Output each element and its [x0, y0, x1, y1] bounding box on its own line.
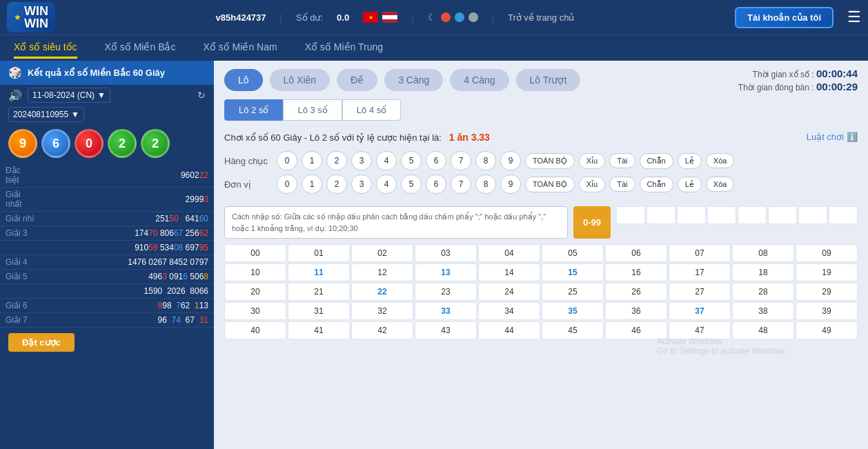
grid-cell-12[interactable]: 12 [351, 263, 413, 281]
grid-cell-36[interactable]: 36 [605, 302, 667, 320]
dv-btn-7[interactable]: 7 [451, 174, 471, 194]
grid-cell-35[interactable]: 35 [542, 302, 604, 320]
grid-cell-45[interactable]: 45 [542, 321, 604, 339]
grid-cell-05[interactable]: 05 [542, 244, 604, 262]
dv-btn-1[interactable]: 1 [302, 174, 322, 194]
hc-tai[interactable]: Tài [609, 153, 635, 168]
grid-cell-38[interactable]: 38 [732, 302, 794, 320]
dv-xiu[interactable]: Xỉu [579, 177, 605, 192]
date-select[interactable]: 11-08-2024 (CN) ▼ [28, 88, 110, 103]
hc-toan-bo[interactable]: TOÀN BỘ [525, 153, 575, 169]
grid-cell-41[interactable]: 41 [288, 321, 350, 339]
grid-cell-01[interactable]: 01 [288, 244, 350, 262]
flag-us[interactable] [382, 12, 397, 23]
empty-cell-1[interactable] [616, 206, 645, 224]
account-button[interactable]: Tài khoản của tôi [735, 7, 834, 28]
nav-item-mien-nam[interactable]: Xổ số Miền Nam [204, 37, 277, 59]
home-link[interactable]: Trở về trang chủ [508, 12, 574, 23]
hamburger-icon[interactable]: ☰ [847, 8, 861, 26]
empty-cell-2[interactable] [647, 206, 675, 224]
grid-cell-19[interactable]: 19 [796, 263, 858, 281]
hc-btn-7[interactable]: 7 [451, 151, 471, 170]
grid-cell-20[interactable]: 20 [224, 283, 286, 301]
hc-btn-0[interactable]: 0 [277, 151, 297, 170]
theme-gray-icon[interactable] [468, 12, 478, 22]
session-select[interactable]: 202408110955 ▼ [8, 107, 84, 122]
theme-blue-icon[interactable] [455, 12, 464, 22]
flag-vn[interactable]: ★ [363, 12, 378, 23]
grid-cell-11[interactable]: 11 [288, 263, 350, 281]
hc-btn-4[interactable]: 4 [376, 151, 397, 170]
hc-btn-1[interactable]: 1 [302, 151, 322, 170]
grid-cell-00[interactable]: 00 [224, 244, 286, 262]
dv-chan[interactable]: Chẵn [640, 177, 673, 192]
grid-cell-44[interactable]: 44 [478, 321, 540, 339]
nav-item-mien-bac[interactable]: Xổ số Miền Bắc [105, 37, 176, 59]
tab-lo-xien[interactable]: Lô Xiên [270, 69, 330, 91]
dv-btn-0[interactable]: 0 [277, 174, 297, 194]
grid-cell-30[interactable]: 30 [224, 302, 286, 320]
hc-btn-2[interactable]: 2 [326, 151, 347, 170]
grid-cell-25[interactable]: 25 [542, 283, 604, 301]
grid-cell-32[interactable]: 32 [351, 302, 413, 320]
lo-tab-4so[interactable]: Lô 4 số [342, 99, 401, 121]
hc-btn-5[interactable]: 5 [401, 151, 422, 170]
tab-lo[interactable]: Lô [224, 69, 263, 91]
grid-cell-42[interactable]: 42 [351, 321, 413, 339]
empty-cell-6[interactable] [768, 206, 797, 224]
dv-le[interactable]: Lẻ [678, 177, 702, 192]
dv-btn-5[interactable]: 5 [401, 174, 422, 194]
empty-cell-5[interactable] [738, 206, 767, 224]
empty-cell-7[interactable] [798, 206, 827, 224]
grid-cell-08[interactable]: 08 [732, 244, 794, 262]
hc-chan[interactable]: Chẵn [640, 153, 673, 169]
grid-cell-23[interactable]: 23 [415, 283, 477, 301]
grid-cell-48[interactable]: 48 [732, 321, 794, 339]
grid-cell-15[interactable]: 15 [542, 263, 604, 281]
grid-cell-13[interactable]: 13 [415, 263, 477, 281]
hc-xiu[interactable]: Xỉu [579, 153, 605, 169]
grid-cell-34[interactable]: 34 [478, 302, 540, 320]
grid-cell-28[interactable]: 28 [732, 283, 794, 301]
grid-cell-16[interactable]: 16 [605, 263, 667, 281]
lo-tab-3so[interactable]: Lô 3 số [283, 99, 342, 121]
grid-cell-04[interactable]: 04 [478, 244, 540, 262]
dv-btn-6[interactable]: 6 [426, 174, 446, 194]
dv-btn-4[interactable]: 4 [376, 174, 397, 194]
grid-cell-10[interactable]: 10 [224, 263, 286, 281]
nav-item-sieu-toc[interactable]: Xổ số siêu tốc [14, 37, 77, 59]
dv-btn-2[interactable]: 2 [326, 174, 347, 194]
bet-button[interactable]: Đặt cược [8, 333, 75, 352]
volume-icon[interactable]: 🔊 [8, 89, 22, 102]
grid-cell-03[interactable]: 03 [415, 244, 477, 262]
grid-cell-37[interactable]: 37 [669, 302, 731, 320]
grid-cell-26[interactable]: 26 [605, 283, 667, 301]
dv-tai[interactable]: Tài [609, 177, 635, 192]
grid-cell-31[interactable]: 31 [288, 302, 350, 320]
tab-lo-truot[interactable]: Lô Trượt [516, 69, 581, 91]
tab-4-cang[interactable]: 4 Càng [450, 69, 509, 91]
nav-item-mien-trung[interactable]: Xổ số Miền Trung [305, 37, 383, 59]
tab-de[interactable]: Đề [337, 69, 377, 91]
grid-cell-24[interactable]: 24 [478, 283, 540, 301]
grid-cell-29[interactable]: 29 [796, 283, 858, 301]
grid-cell-43[interactable]: 43 [415, 321, 477, 339]
dv-btn-3[interactable]: 3 [351, 174, 372, 194]
grid-cell-18[interactable]: 18 [732, 263, 794, 281]
grid-cell-39[interactable]: 39 [796, 302, 858, 320]
empty-cell-4[interactable] [707, 206, 736, 224]
grid-cell-49[interactable]: 49 [796, 321, 858, 339]
grid-cell-47[interactable]: 47 [669, 321, 731, 339]
tab-3-cang[interactable]: 3 Càng [384, 69, 443, 91]
empty-cell-3[interactable] [677, 206, 706, 224]
hc-btn-9[interactable]: 9 [500, 151, 521, 170]
grid-cell-14[interactable]: 14 [478, 263, 540, 281]
hc-le[interactable]: Lẻ [678, 153, 702, 169]
dv-toan-bo[interactable]: TOÀN BỘ [525, 177, 575, 192]
empty-cell-8[interactable] [829, 206, 858, 224]
grid-cell-21[interactable]: 21 [288, 283, 350, 301]
theme-red-icon[interactable] [441, 12, 451, 22]
grid-cell-22[interactable]: 22 [351, 283, 413, 301]
dv-btn-9[interactable]: 9 [500, 174, 521, 194]
moon-icon[interactable]: ☾ [428, 12, 437, 23]
